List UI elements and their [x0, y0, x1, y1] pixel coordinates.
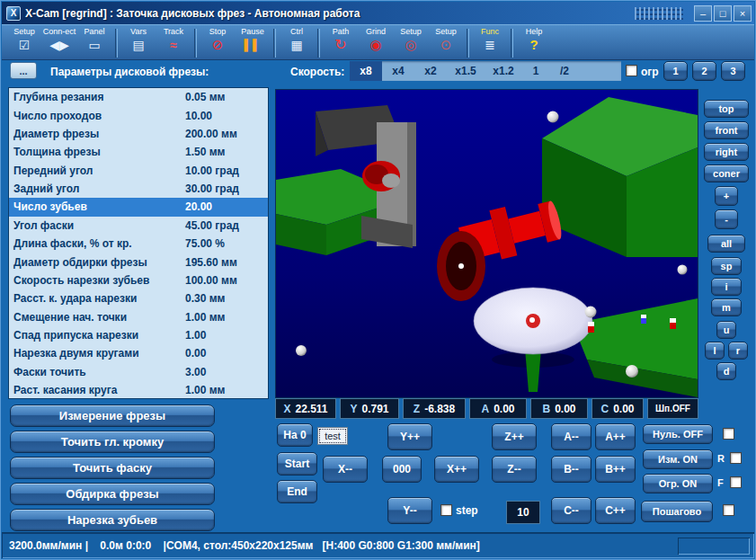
toolbar-item-track[interactable]: Track≈	[156, 26, 191, 54]
toolbar-item-connect[interactable]: Conn-ect◀▶	[42, 26, 76, 54]
param-row[interactable]: Число проходов10.00	[9, 106, 268, 124]
param-row[interactable]: Спад припуска нарезки1.00	[9, 326, 268, 344]
jog-x-minus-button[interactable]: X--	[323, 456, 368, 483]
param-row[interactable]: Фаски точить3.00	[9, 363, 268, 381]
param-row[interactable]: Смещение нач. точки1.00 мм	[9, 308, 268, 326]
view-right-button[interactable]: right	[704, 143, 749, 161]
param-name: Передний угол	[13, 164, 93, 177]
end-button[interactable]: End	[277, 480, 317, 503]
param-row[interactable]: Расст. к. удара нарезки0.30 мм	[9, 289, 268, 307]
param-row[interactable]: Глубина резания0.05 мм	[9, 88, 268, 106]
grind-main-edge-button[interactable]: Точить гл. кромку	[10, 431, 215, 453]
measure-cutter-button[interactable]: Измерение фрезы	[10, 404, 215, 427]
toolbar-item-stop[interactable]: Stop⊘	[200, 26, 235, 54]
jog-c-plus-button[interactable]: C++	[595, 497, 636, 524]
step-checkbox[interactable]	[440, 504, 452, 516]
speed-option-x4[interactable]: x4	[382, 61, 414, 81]
test-button[interactable]: test	[317, 427, 348, 445]
toolbar-item-ctrl[interactable]: Ctrl▦	[280, 26, 314, 54]
view-corner-button[interactable]: coner	[704, 164, 749, 182]
step-mode-button[interactable]: Пошагово	[641, 501, 713, 522]
param-row[interactable]: Диаметр обдирки фрезы195.60 мм	[9, 253, 268, 271]
param-row[interactable]: Раст. касания круга1.00 мм	[9, 381, 268, 399]
titlebar-pattern	[635, 7, 683, 20]
r-checkbox[interactable]	[730, 452, 742, 464]
jog-zero-button[interactable]: 000	[382, 456, 422, 483]
speed-option-x8[interactable]: x8	[350, 61, 382, 81]
jog-z-plus-button[interactable]: Z++	[492, 423, 537, 450]
panel-icon: ▭	[77, 36, 111, 54]
f-checkbox[interactable]	[730, 476, 742, 488]
maximize-button[interactable]: □	[714, 5, 732, 22]
param-row[interactable]: Нарезка двумя кругами0.00	[9, 344, 268, 362]
zoom-in-button[interactable]: +	[715, 186, 738, 206]
view-m-button[interactable]: m	[711, 298, 742, 316]
toolbar-item-wheel-dress[interactable]: Setup⊙	[429, 26, 463, 54]
minimize-button[interactable]: –	[694, 5, 712, 22]
param-row[interactable]: Угол фаски45.00 град	[9, 217, 268, 235]
measure-on-button[interactable]: Изм. ON	[643, 449, 713, 469]
rough-cutter-button[interactable]: Обдирка фрезы	[10, 483, 215, 505]
toolbar-item-vars[interactable]: Vars▤	[121, 26, 156, 54]
toolbar-item-grind[interactable]: Grind◉	[359, 26, 393, 54]
param-row[interactable]: Длина фаски, % от кр.75.00 %	[9, 235, 268, 253]
param-row[interactable]: Задний угол30.00 град	[9, 180, 268, 198]
preset-2-button[interactable]: 2	[692, 61, 716, 81]
toolbar-item-help[interactable]: Help?	[517, 26, 551, 54]
preset-3-button[interactable]: 3	[721, 61, 745, 81]
spindle-status[interactable]: Шп.OFF	[647, 398, 698, 419]
app-icon[interactable]: X	[6, 6, 21, 21]
toolbar-item-setup[interactable]: Setup☑	[7, 26, 41, 54]
jog-b-plus-button[interactable]: B++	[595, 456, 636, 483]
grind-chamfer-button[interactable]: Точить фаску	[10, 457, 215, 479]
start-button[interactable]: Start	[277, 452, 317, 476]
toolbar-item-path[interactable]: Path↻	[324, 26, 358, 54]
view-top-button[interactable]: top	[704, 100, 749, 118]
jog-c-minus-button[interactable]: C--	[551, 497, 591, 524]
param-row[interactable]: Толщина фрезы1.50 мм	[9, 143, 268, 161]
limit-on-button[interactable]: Огр. ON	[643, 474, 713, 493]
param-row-selected[interactable]: Число зубьев20.00	[9, 198, 268, 216]
limit-checkbox[interactable]	[626, 65, 637, 76]
param-row[interactable]: Скорость нарезки зубьев100.00 мм	[9, 271, 268, 289]
toolbar-item-wheel-setup[interactable]: Setup◎	[394, 26, 428, 54]
jog-a-minus-button[interactable]: A--	[551, 423, 591, 450]
step-mode-checkbox[interactable]	[723, 504, 734, 516]
speed-option-half[interactable]: /2	[549, 61, 580, 81]
speed-option-x1-5[interactable]: x1.5	[447, 61, 485, 81]
view-3d[interactable]	[275, 89, 698, 398]
toolbar-item-func[interactable]: Func≣	[473, 26, 507, 54]
jog-a-plus-button[interactable]: A++	[595, 423, 636, 450]
zoom-out-button[interactable]: -	[715, 209, 738, 229]
speed-option-x1-2[interactable]: x1.2	[485, 61, 522, 81]
view-front-button[interactable]: front	[704, 121, 749, 139]
toolbar-item-pause[interactable]: Pause▌▌	[236, 26, 270, 54]
toolbar-label: Func	[473, 27, 507, 36]
cut-teeth-button[interactable]: Нарезка зубьев	[10, 509, 215, 531]
toolbar-item-panel[interactable]: Panel▭	[77, 26, 111, 54]
more-params-button[interactable]: ...	[10, 62, 37, 79]
go-to-zero-button[interactable]: На 0	[277, 423, 313, 447]
close-button[interactable]: ×	[734, 5, 752, 22]
jog-x-plus-button[interactable]: X++	[434, 456, 479, 483]
jog-z-minus-button[interactable]: Z--	[492, 456, 537, 483]
pan-right-button[interactable]: r	[728, 342, 748, 360]
preset-1-button[interactable]: 1	[663, 61, 688, 81]
pan-up-button[interactable]: u	[716, 321, 736, 339]
speed-option-x2[interactable]: x2	[414, 61, 447, 81]
view-all-button[interactable]: all	[707, 235, 745, 253]
zero-off-button[interactable]: Нуль. OFF	[643, 424, 713, 444]
speed-option-1[interactable]: 1	[522, 61, 549, 81]
view-i-button[interactable]: i	[711, 278, 742, 296]
pan-down-button[interactable]: d	[716, 362, 736, 380]
jog-b-minus-button[interactable]: B--	[551, 456, 591, 483]
zero-checkbox[interactable]	[723, 428, 734, 440]
param-row[interactable]: Передний угол10.00 град	[9, 162, 268, 180]
jog-y-plus-button[interactable]: Y++	[387, 423, 432, 450]
param-row[interactable]: Диаметр фрезы200.00 мм	[9, 125, 268, 143]
jog-y-minus-button[interactable]: Y--	[387, 497, 432, 524]
step-value[interactable]: 10	[506, 501, 540, 524]
pan-left-button[interactable]: l	[705, 342, 725, 360]
view-sp-button[interactable]: sp	[711, 257, 742, 275]
toolbar-label: Setup	[429, 27, 463, 36]
